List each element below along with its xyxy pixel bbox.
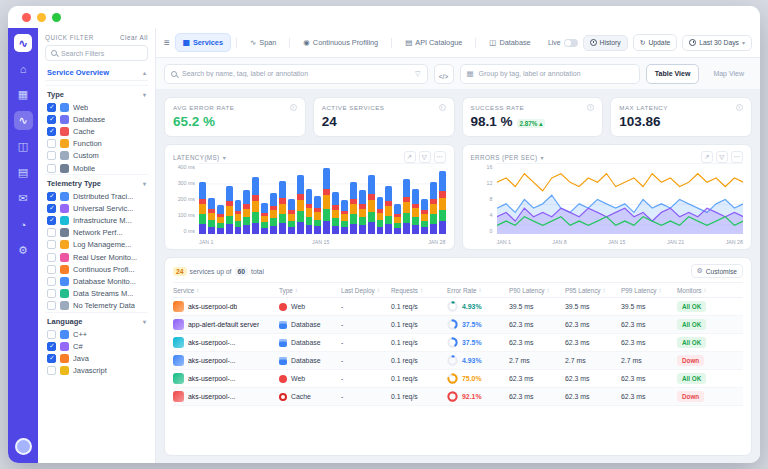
latency-bar[interactable] bbox=[208, 198, 215, 234]
query-code-button[interactable] bbox=[434, 64, 454, 84]
filter-option[interactable]: Function bbox=[45, 138, 148, 150]
filter-group-header-telemetry-type[interactable]: Telemetry Type▾ bbox=[45, 174, 148, 190]
checkbox[interactable] bbox=[47, 330, 56, 339]
filter-option[interactable]: Infrastructure M... bbox=[45, 215, 148, 227]
filter-funnel-icon[interactable]: ▽ bbox=[415, 70, 420, 78]
filter-option[interactable]: Log Manageme... bbox=[45, 239, 148, 251]
tab-span[interactable]: ∿Span bbox=[242, 33, 284, 52]
service-cell[interactable]: aks-userpool-... bbox=[173, 337, 279, 348]
latency-bar[interactable] bbox=[288, 199, 295, 234]
info-icon[interactable] bbox=[290, 104, 297, 111]
filter-funnel-icon[interactable]: ▽ bbox=[419, 151, 431, 163]
latency-bar[interactable] bbox=[243, 190, 250, 234]
checkbox[interactable] bbox=[47, 164, 56, 173]
latency-bar[interactable] bbox=[394, 204, 401, 234]
chevron-down-icon[interactable]: ▾ bbox=[223, 154, 226, 161]
latency-bar[interactable] bbox=[368, 175, 375, 234]
checkbox[interactable] bbox=[47, 354, 56, 363]
latency-bar[interactable] bbox=[359, 190, 366, 234]
filter-option[interactable]: Data Streams M... bbox=[45, 288, 148, 300]
column-header-type[interactable]: Type↕ bbox=[279, 287, 341, 294]
update-button[interactable]: ↻ Update bbox=[633, 34, 678, 51]
latency-bar[interactable] bbox=[270, 193, 277, 234]
checkbox[interactable] bbox=[47, 228, 56, 237]
nav-reports-icon[interactable]: ◔ bbox=[14, 215, 33, 234]
filter-option[interactable]: C# bbox=[45, 340, 148, 352]
nav-home-icon[interactable]: ⌂ bbox=[14, 59, 33, 78]
column-header-error-rate[interactable]: Error Rate↕ bbox=[447, 287, 509, 294]
tab-database[interactable]: ◫Database bbox=[481, 33, 538, 52]
checkbox[interactable] bbox=[47, 127, 56, 136]
info-icon[interactable] bbox=[439, 104, 446, 111]
more-menu-icon[interactable]: ⋯ bbox=[434, 151, 446, 163]
filter-option[interactable]: Database bbox=[45, 113, 148, 125]
checkbox[interactable] bbox=[47, 289, 56, 298]
service-cell[interactable]: aks-userpool-db bbox=[173, 301, 279, 312]
latency-bar[interactable] bbox=[235, 200, 242, 235]
latency-bar[interactable] bbox=[306, 189, 313, 234]
checkbox[interactable] bbox=[47, 240, 56, 249]
checkbox[interactable] bbox=[47, 139, 56, 148]
latency-bar[interactable] bbox=[217, 205, 224, 234]
checkbox[interactable] bbox=[47, 277, 56, 286]
checkbox[interactable] bbox=[47, 192, 56, 201]
nav-apm-icon[interactable]: ∿ bbox=[14, 111, 33, 130]
expand-icon[interactable]: ↗ bbox=[404, 151, 416, 163]
latency-bar[interactable] bbox=[199, 182, 206, 234]
minimize-window-button[interactable] bbox=[37, 13, 46, 22]
more-menu-icon[interactable]: ⋯ bbox=[731, 151, 743, 163]
live-toggle[interactable]: Live bbox=[548, 39, 577, 47]
filter-option[interactable]: Distributed Traci... bbox=[45, 190, 148, 202]
checkbox[interactable] bbox=[47, 342, 56, 351]
column-header-p99-latency[interactable]: P99 Latency↕ bbox=[621, 287, 677, 294]
date-range-dropdown[interactable]: Last 30 Days ▾ bbox=[682, 35, 752, 51]
column-header-p95-latency[interactable]: P95 Latency↕ bbox=[565, 287, 621, 294]
latency-bar[interactable] bbox=[341, 200, 348, 235]
nav-logs-icon[interactable]: ▤ bbox=[14, 163, 33, 182]
tab-api-catalogue[interactable]: ▤API Catalogue bbox=[397, 33, 470, 52]
history-button[interactable]: History bbox=[583, 35, 628, 51]
chevron-down-icon[interactable]: ▾ bbox=[540, 154, 543, 161]
filter-option[interactable]: Real User Monito... bbox=[45, 251, 148, 263]
tab-services[interactable]: ▦Services bbox=[175, 33, 231, 52]
nav-dashboard-icon[interactable]: ▦ bbox=[14, 85, 33, 104]
filter-option[interactable]: Cache bbox=[45, 125, 148, 137]
checkbox[interactable] bbox=[47, 301, 56, 310]
latency-bar[interactable] bbox=[430, 182, 437, 234]
filter-search-input[interactable]: Search Filters bbox=[45, 45, 148, 61]
expand-icon[interactable]: ↗ bbox=[701, 151, 713, 163]
filter-option[interactable]: Javascript bbox=[45, 365, 148, 377]
table-view-button[interactable]: Table View bbox=[646, 64, 700, 84]
app-logo[interactable]: ∿ bbox=[14, 34, 32, 52]
service-overview-section[interactable]: Service Overview ▴ bbox=[45, 65, 148, 81]
checkbox[interactable] bbox=[47, 115, 56, 124]
checkbox[interactable] bbox=[47, 216, 56, 225]
filter-option[interactable]: Database Monito... bbox=[45, 275, 148, 287]
checkbox[interactable] bbox=[47, 366, 56, 375]
latency-bar[interactable] bbox=[297, 175, 304, 235]
nav-infrastructure-icon[interactable]: ◫ bbox=[14, 137, 33, 156]
info-icon[interactable] bbox=[587, 104, 594, 111]
table-row[interactable]: app-alert-default serverDatabase-0.1 req… bbox=[173, 316, 743, 334]
filter-group-header-type[interactable]: Type▾ bbox=[45, 85, 148, 101]
checkbox[interactable] bbox=[47, 151, 56, 160]
filter-option[interactable]: Continuous Profi... bbox=[45, 263, 148, 275]
clear-all-button[interactable]: Clear All bbox=[120, 34, 148, 41]
latency-bar[interactable] bbox=[439, 171, 446, 234]
latency-bar[interactable] bbox=[421, 199, 428, 234]
latency-bar[interactable] bbox=[412, 189, 419, 234]
service-cell[interactable]: app-alert-default server bbox=[173, 319, 279, 330]
checkbox[interactable] bbox=[47, 265, 56, 274]
filter-option[interactable]: Custom bbox=[45, 150, 148, 162]
column-header-p90-latency[interactable]: P90 Latency↕ bbox=[509, 287, 565, 294]
latency-bar[interactable] bbox=[314, 196, 321, 234]
latency-bar[interactable] bbox=[350, 182, 357, 234]
service-cell[interactable]: aks-userpool-... bbox=[173, 355, 279, 366]
group-by-input[interactable]: Group by tag, label or annotation bbox=[460, 64, 640, 84]
table-row[interactable]: aks-userpool-...Database-0.1 req/s4.93%2… bbox=[173, 352, 743, 370]
filter-option[interactable]: Mobile bbox=[45, 162, 148, 174]
table-row[interactable]: aks-userpool-...Cache-0.1 req/s92.1%62.3… bbox=[173, 388, 743, 406]
service-cell[interactable]: aks-userpool-... bbox=[173, 391, 279, 402]
latency-bar[interactable] bbox=[226, 186, 233, 234]
filter-group-header-language[interactable]: Language▾ bbox=[45, 312, 148, 328]
